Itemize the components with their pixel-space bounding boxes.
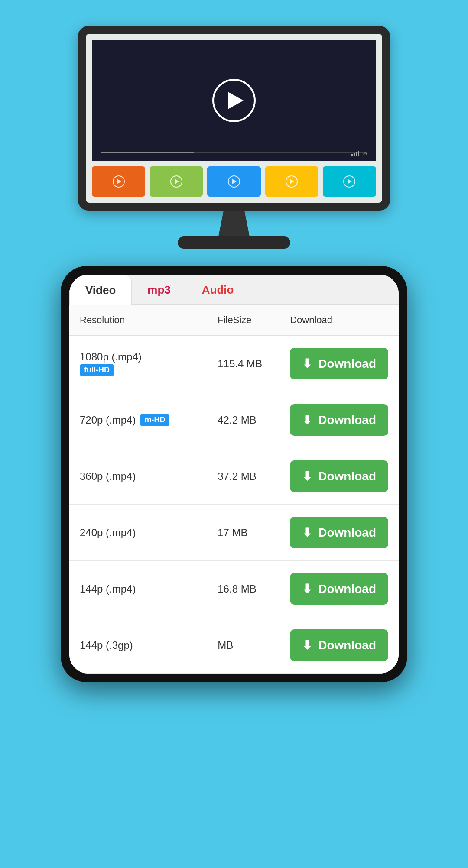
download-button-144p-mp4[interactable]: ⬇ Download (290, 573, 388, 605)
monitor-screen: ⚙ (92, 40, 376, 161)
filesize-cell-240p: 17 MB (207, 505, 280, 561)
signal-icon (351, 151, 359, 156)
tab-bar: Video mp3 Audio (69, 275, 399, 305)
thumb-4 (265, 166, 318, 197)
table-row: 144p (.3gp) MB ⬇ Download (69, 617, 399, 674)
download-label-240p: Download (318, 526, 376, 540)
monitor-inner: ⚙ (86, 34, 382, 203)
table-row: 1080p (.mp4) full-HD 115.4 MB ⬇ Download (69, 336, 399, 392)
download-label-144p-mp4: Download (318, 582, 376, 596)
download-cell-240p: ⬇ Download (280, 505, 399, 561)
download-table: Resolution FileSize Download 1080p (.mp4… (69, 305, 399, 674)
resolution-cell-240p: 240p (.mp4) (69, 505, 207, 561)
thumb-triangle-3 (232, 179, 237, 184)
filesize-cell-720p: 42.2 MB (207, 392, 280, 448)
download-cell-144p-mp4: ⬇ Download (280, 561, 399, 617)
play-button-icon (212, 79, 256, 122)
gear-icon: ⚙ (363, 151, 367, 157)
progress-bar-area (101, 152, 367, 153)
thumbnail-row (92, 166, 376, 197)
progress-track (101, 152, 367, 153)
header-download: Download (280, 305, 399, 336)
monitor-stand (208, 211, 260, 236)
thumb-triangle-1 (117, 179, 121, 184)
tab-mp3[interactable]: mp3 (132, 275, 186, 304)
filesize-cell-144p-mp4: 16.8 MB (207, 561, 280, 617)
download-cell-144p-3gp: ⬇ Download (280, 617, 399, 674)
download-button-240p[interactable]: ⬇ Download (290, 517, 388, 548)
monitor-body: ⚙ (78, 26, 390, 211)
resolution-label-144p-mp4: 144p (.mp4) (80, 583, 136, 595)
thumb-play-icon-2 (170, 175, 182, 188)
phone-section: Video mp3 Audio Resolution FileSize Down… (0, 266, 468, 700)
download-button-360p[interactable]: ⬇ Download (290, 460, 388, 492)
download-label-1080p: Download (318, 357, 376, 371)
resolution-cell-144p-3gp: 144p (.3gp) (69, 617, 207, 674)
filesize-cell-360p: 37.2 MB (207, 448, 280, 505)
resolution-cell-1080p: 1080p (.mp4) full-HD (69, 336, 207, 392)
download-cell-1080p: ⬇ Download (280, 336, 399, 392)
thumb-triangle-2 (175, 179, 179, 184)
table-row: 360p (.mp4) 37.2 MB ⬇ Download (69, 448, 399, 505)
download-icon-240p: ⬇ (302, 525, 312, 540)
resolution-cell-360p: 360p (.mp4) (69, 448, 207, 505)
download-cell-360p: ⬇ Download (280, 448, 399, 505)
resolution-label-240p: 240p (.mp4) (80, 527, 136, 538)
tab-video[interactable]: Video (69, 275, 132, 305)
resolution-label-360p: 360p (.mp4) (80, 470, 136, 482)
download-label-360p: Download (318, 470, 376, 483)
thumb-play-icon-4 (286, 175, 298, 188)
header-resolution: Resolution (69, 305, 207, 336)
resolution-720p-wrapper: 720p (.mp4) m-HD (80, 414, 197, 426)
download-icon-720p: ⬇ (302, 413, 312, 427)
filesize-cell-1080p: 115.4 MB (207, 336, 280, 392)
resolution-label-720p: 720p (.mp4) (80, 414, 136, 426)
download-button-144p-3gp[interactable]: ⬇ Download (290, 629, 388, 661)
download-label-144p-3gp: Download (318, 638, 376, 652)
download-icon-144p-3gp: ⬇ (302, 638, 312, 652)
download-cell-720p: ⬇ Download (280, 392, 399, 448)
filesize-cell-144p-3gp: MB (207, 617, 280, 674)
monitor-base (178, 236, 290, 249)
thumb-2 (150, 166, 203, 197)
tab-audio[interactable]: Audio (186, 275, 250, 304)
top-section: ⚙ (0, 0, 468, 266)
download-button-1080p[interactable]: ⬇ Download (290, 348, 388, 379)
download-label-720p: Download (318, 413, 376, 427)
badge-full-hd: full-HD (80, 364, 114, 376)
phone-outer: Video mp3 Audio Resolution FileSize Down… (61, 266, 407, 682)
thumb-5 (323, 166, 376, 197)
thumb-play-icon-3 (228, 175, 240, 188)
download-button-720p[interactable]: ⬇ Download (290, 404, 388, 436)
download-icon-360p: ⬇ (302, 469, 312, 483)
progress-fill (101, 152, 194, 153)
monitor-illustration: ⚙ (78, 26, 390, 249)
thumb-play-icon-1 (113, 175, 125, 188)
table-row: 720p (.mp4) m-HD 42.2 MB ⬇ Download (69, 392, 399, 448)
header-filesize: FileSize (207, 305, 280, 336)
resolution-label-144p-3gp: 144p (.3gp) (80, 639, 133, 651)
thumb-triangle-5 (348, 179, 352, 184)
download-icon-1080p: ⬇ (302, 356, 312, 371)
thumb-triangle-4 (290, 179, 294, 184)
thumb-3 (207, 166, 260, 197)
resolution-cell-144p-mp4: 144p (.mp4) (69, 561, 207, 617)
thumb-1 (92, 166, 145, 197)
play-triangle-icon (228, 92, 244, 109)
badge-m-hd: m-HD (140, 414, 169, 426)
download-icon-144p-mp4: ⬇ (302, 582, 312, 596)
phone-inner: Video mp3 Audio Resolution FileSize Down… (69, 275, 399, 674)
table-row: 144p (.mp4) 16.8 MB ⬇ Download (69, 561, 399, 617)
thumb-play-icon-5 (343, 175, 355, 188)
screen-controls: ⚙ (351, 151, 367, 157)
resolution-label-1080p: 1080p (.mp4) (80, 351, 197, 363)
table-row: 240p (.mp4) 17 MB ⬇ Download (69, 505, 399, 561)
resolution-cell-720p: 720p (.mp4) m-HD (69, 392, 207, 448)
